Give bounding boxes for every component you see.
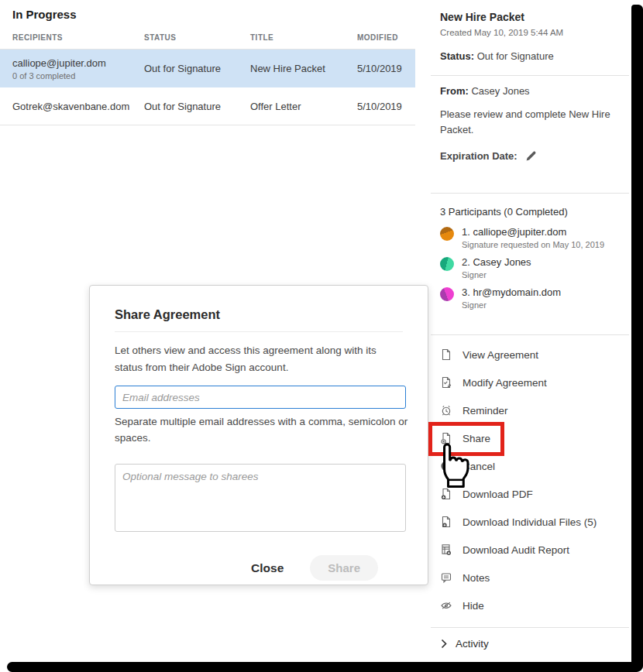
action-hide[interactable]: Hide (431, 591, 629, 619)
audit-report-icon (440, 543, 452, 556)
divider (431, 334, 629, 335)
agreement-from: From: Casey Jones (440, 85, 620, 97)
participant-avatar (440, 227, 454, 241)
page-title: In Progress (12, 8, 415, 21)
expiration-label: Expiration Date: (440, 150, 517, 162)
row-title: New Hire Packet (250, 63, 357, 74)
modify-agreement-icon (440, 376, 452, 389)
status-label: Status: (440, 50, 474, 62)
row-recipient: calliope@jupiter.dom (12, 57, 144, 69)
participant-name: 3. hr@mydomain.dom (462, 286, 561, 298)
participant-item: 2. Casey Jones Signer (440, 256, 620, 279)
participants-section: 3 Participants (0 Completed) 1. calliope… (440, 206, 620, 317)
action-label: View Agreement (462, 349, 538, 361)
agreement-title: New Hire Packet (440, 11, 620, 23)
close-button[interactable]: Close (251, 561, 284, 575)
divider (431, 75, 629, 76)
screenshot-shadow-right (631, 5, 643, 672)
in-progress-section: In Progress RECIPIENTS STATUS TITLE MODI… (0, 0, 415, 125)
participant-avatar (440, 287, 454, 301)
reminder-icon (440, 404, 452, 417)
agreement-summary: New Hire Packet Created May 10, 2019 5:4… (440, 11, 620, 62)
participant-name: 1. calliope@jupiter.dom (462, 226, 604, 238)
action-label: Download Individual Files (5) (462, 516, 597, 528)
participant-item: 1. calliope@jupiter.dom Signature reques… (440, 226, 620, 249)
agreement-created-date: Created May 10, 2019 5:44 AM (440, 28, 620, 37)
row-modified: 5/10/2019 (357, 63, 415, 74)
participant-status: Signer (462, 270, 531, 279)
action-label: Modify Agreement (462, 377, 547, 389)
action-label: Hide (462, 600, 484, 612)
action-label: Reminder (462, 405, 508, 417)
action-view-agreement[interactable]: View Agreement (431, 341, 629, 369)
modal-description: Let others view and access this agreemen… (115, 342, 403, 375)
agreement-status: Status: Out for Signature (440, 50, 620, 62)
activity-label: Activity (456, 638, 489, 650)
email-addresses-input[interactable] (115, 386, 406, 409)
col-header-modified: MODIFIED (357, 33, 415, 42)
expiration-row: Expiration Date: (440, 149, 620, 162)
row-status: Out for Signature (144, 63, 250, 74)
agreement-from-section: From: Casey Jones Please review and comp… (440, 85, 620, 162)
modal-buttons: Close Share (115, 555, 378, 581)
row-recipient: Gotrek@skavenbane.dom (12, 101, 144, 112)
action-reminder[interactable]: Share Reminder (431, 396, 629, 424)
participant-avatar (440, 257, 454, 271)
hide-icon (440, 599, 452, 612)
action-label: Notes (462, 572, 490, 584)
participants-header: 3 Participants (0 Completed) (440, 206, 620, 218)
action-modify-agreement[interactable]: Modify Agreement (431, 369, 629, 396)
row-recipient-progress: 0 of 3 completed (12, 71, 144, 81)
cursor-pointer-icon (433, 441, 475, 490)
download-files-icon (440, 516, 452, 528)
agreement-message: Please review and complete New Hire Pack… (440, 107, 620, 138)
adobe-sign-manage-page: In Progress RECIPIENTS STATUS TITLE MODI… (0, 0, 643, 672)
edit-pencil-icon[interactable] (525, 149, 538, 162)
table-row[interactable]: calliope@jupiter.dom 0 of 3 completed Ou… (0, 50, 415, 87)
row-status: Out for Signature (144, 101, 250, 112)
share-button[interactable]: Share (310, 555, 378, 581)
action-download-individual-files[interactable]: Download Individual Files (5) (431, 508, 629, 536)
action-download-audit-report[interactable]: Download Audit Report (431, 536, 629, 564)
participant-name: 2. Casey Jones (462, 256, 531, 268)
table-row[interactable]: Gotrek@skavenbane.dom Out for Signature … (0, 87, 415, 125)
from-label: From: (440, 85, 469, 97)
col-header-recipients: RECIPIENTS (12, 33, 144, 42)
screenshot-shadow-bottom (7, 662, 643, 672)
row-modified: 5/10/2019 (357, 101, 415, 112)
col-header-status: STATUS (144, 33, 250, 42)
divider (431, 627, 629, 628)
action-notes[interactable]: Notes (431, 564, 629, 591)
participant-item: 3. hr@mydomain.dom Signer (440, 286, 620, 310)
divider (431, 193, 629, 194)
share-agreement-modal: Share Agreement Let others view and acce… (89, 285, 428, 585)
status-value: Out for Signature (477, 50, 554, 62)
chevron-right-icon (440, 639, 449, 649)
notes-icon (440, 571, 452, 584)
action-label: Download Audit Report (462, 544, 569, 556)
participant-status: Signature requested on May 10, 2019 (462, 240, 604, 249)
participant-status: Signer (462, 300, 561, 310)
activity-toggle[interactable]: Activity (440, 638, 489, 650)
table-header: RECIPIENTS STATUS TITLE MODIFIED (0, 33, 415, 50)
col-header-title: TITLE (250, 33, 357, 42)
row-title: Offer Letter (250, 101, 357, 112)
from-value: Casey Jones (471, 85, 529, 97)
email-help-text: Separate multiple email addresses with a… (115, 414, 417, 447)
optional-message-textarea[interactable] (115, 464, 406, 532)
view-agreement-icon (440, 348, 452, 361)
modal-title: Share Agreement (115, 307, 403, 332)
